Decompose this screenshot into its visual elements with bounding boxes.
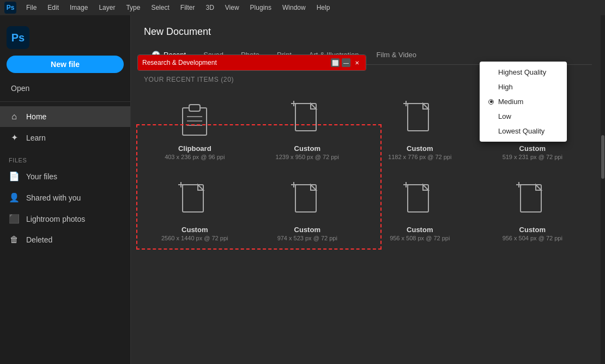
sidebar-item-home[interactable]: ⌂ Home	[0, 106, 130, 127]
svg-rect-1	[189, 105, 200, 111]
doc-item-custom-1[interactable]: Custom 1239 x 950 px @ 72 ppi	[257, 92, 359, 165]
open-button[interactable]: Open	[0, 80, 130, 97]
menu-filter[interactable]: Filter	[176, 3, 199, 13]
dialog-window-title: Research & Development	[142, 59, 331, 66]
menu-type[interactable]: Type	[122, 3, 144, 13]
svg-rect-5	[295, 104, 316, 131]
quality-medium[interactable]: Medium	[480, 94, 567, 109]
sidebar-item-learn[interactable]: ✦ Learn	[0, 127, 130, 148]
quality-low[interactable]: Low	[480, 109, 567, 124]
doc-size-custom-1: 1239 x 950 px @ 72 ppi	[276, 154, 339, 160]
quality-highest[interactable]: Highest Quality	[480, 65, 567, 80]
svg-rect-0	[183, 108, 207, 135]
svg-rect-8	[408, 104, 428, 131]
lightroom-label: Lightroom photos	[26, 215, 85, 223]
menu-select[interactable]: Select	[147, 3, 173, 13]
shared-icon: 👤	[9, 192, 20, 203]
dialog-titlebar: Research & Development ⬜ — ✕	[138, 55, 366, 70]
doc-size-clipboard: 403 x 236 px @ 96 ppi	[165, 154, 225, 160]
app-body: Ps New file Open ⌂ Home ✦ Learn FILES 📄 …	[0, 15, 605, 364]
radio-medium	[488, 99, 494, 105]
scrollbar[interactable]	[601, 15, 605, 364]
sidebar-item-shared[interactable]: 👤 Shared with you	[0, 187, 130, 208]
scrollbar-thumb[interactable]	[601, 135, 604, 179]
doc-size-custom-4: 2560 x 1440 px @ 72 ppi	[161, 235, 228, 241]
your-files-label: Your files	[26, 172, 57, 181]
sidebar-item-deleted[interactable]: 🗑 Deleted	[0, 229, 130, 250]
new-file-section: New file	[7, 56, 124, 73]
tab-film[interactable]: Film & Video	[369, 46, 424, 64]
files-section-label: FILES	[0, 148, 130, 166]
doc-name-custom-1: Custom	[294, 144, 320, 153]
sidebar-learn-label: Learn	[26, 134, 46, 142]
doc-size-custom-3: 519 x 231 px @ 72 ppi	[503, 154, 562, 160]
recent-items-row2: Custom 2560 x 1440 px @ 72 ppi Custom 97…	[144, 173, 592, 246]
menu-image[interactable]: Image	[65, 3, 92, 13]
dialog-restore-button[interactable]: ⬜	[331, 58, 340, 67]
doc-name-custom-5: Custom	[294, 226, 320, 234]
doc-name-custom-3: Custom	[519, 144, 546, 153]
doc-icon-custom-4	[167, 178, 222, 221]
menu-layer[interactable]: Layer	[94, 3, 119, 13]
doc-size-custom-5: 974 x 523 px @ 72 ppi	[277, 235, 337, 241]
doc-item-custom-5[interactable]: Custom 974 x 523 px @ 72 ppi	[257, 173, 359, 246]
doc-icon-custom-5	[280, 178, 335, 221]
doc-item-custom-7[interactable]: Custom 956 x 504 px @ 72 ppi	[482, 173, 584, 246]
sidebar-home-label: Home	[26, 112, 46, 121]
sidebar-item-lightroom[interactable]: ⬛ Lightroom photos	[0, 208, 130, 229]
radio-high	[488, 84, 494, 90]
doc-name-custom-6: Custom	[407, 226, 433, 234]
quality-lowest[interactable]: Lowest Quality	[480, 124, 567, 138]
ps-logo-large: Ps	[7, 26, 29, 49]
svg-rect-14	[183, 185, 203, 212]
radio-lowest	[488, 129, 494, 134]
menubar: Ps File Edit Image Layer Type Select Fil…	[0, 0, 605, 15]
dialog-window: Research & Development ⬜ — ✕	[137, 54, 366, 71]
trash-icon: 🗑	[9, 235, 20, 245]
menu-help[interactable]: Help	[312, 3, 335, 13]
menu-view[interactable]: View	[221, 3, 244, 13]
doc-name-custom-2: Custom	[407, 144, 433, 153]
deleted-label: Deleted	[26, 235, 52, 244]
doc-icon-custom-2	[392, 96, 447, 140]
menu-window[interactable]: Window	[278, 3, 310, 13]
quality-high[interactable]: High	[480, 80, 567, 94]
doc-item-custom-4[interactable]: Custom 2560 x 1440 px @ 72 ppi	[144, 173, 246, 246]
doc-name-custom-4: Custom	[182, 226, 208, 234]
svg-rect-17	[295, 185, 316, 212]
sidebar-divider	[0, 101, 130, 102]
doc-item-custom-6[interactable]: Custom 956 x 508 px @ 72 ppi	[369, 173, 471, 246]
doc-size-custom-2: 1182 x 776 px @ 72 ppi	[388, 154, 451, 160]
dialog-close-button[interactable]: ✕	[353, 58, 361, 67]
learn-icon: ✦	[9, 132, 20, 143]
home-icon: ⌂	[9, 112, 20, 122]
lightroom-icon: ⬛	[9, 214, 20, 224]
sidebar-item-your-files[interactable]: 📄 Your files	[0, 166, 130, 187]
menu-3d[interactable]: 3D	[201, 3, 218, 13]
dialog-controls: ⬜ — ✕	[331, 58, 361, 67]
menu-edit[interactable]: Edit	[43, 3, 63, 13]
doc-item-custom-2[interactable]: Custom 1182 x 776 px @ 72 ppi	[369, 92, 471, 165]
shared-label: Shared with you	[26, 193, 81, 202]
svg-rect-20	[408, 185, 428, 212]
menu-file[interactable]: File	[22, 3, 41, 13]
radio-highest	[488, 70, 494, 75]
sidebar: Ps New file Open ⌂ Home ✦ Learn FILES 📄 …	[0, 15, 131, 364]
new-file-button[interactable]: New file	[7, 56, 124, 73]
quality-dropdown: Highest Quality High Medium Low Lowest Q…	[480, 62, 567, 142]
ps-logo: Ps	[4, 2, 16, 14]
file-icon: 📄	[9, 171, 20, 181]
dialog-minimize-button[interactable]: —	[342, 58, 350, 67]
main-content: New Document 🕐 Recent Saved Photo Print …	[131, 15, 605, 364]
svg-rect-23	[521, 185, 541, 212]
doc-icon-custom-6	[392, 178, 447, 221]
doc-size-custom-7: 956 x 504 px @ 72 ppi	[503, 235, 562, 241]
doc-name-custom-7: Custom	[519, 226, 546, 234]
doc-icon-custom-1	[280, 96, 335, 140]
doc-item-clipboard[interactable]: Clipboard 403 x 236 px @ 96 ppi	[144, 92, 246, 165]
doc-icon-custom-7	[505, 178, 560, 221]
new-document-title: New Document	[144, 26, 592, 38]
doc-name-clipboard: Clipboard	[178, 144, 211, 153]
menu-plugins[interactable]: Plugins	[246, 3, 276, 13]
radio-low	[488, 114, 494, 119]
